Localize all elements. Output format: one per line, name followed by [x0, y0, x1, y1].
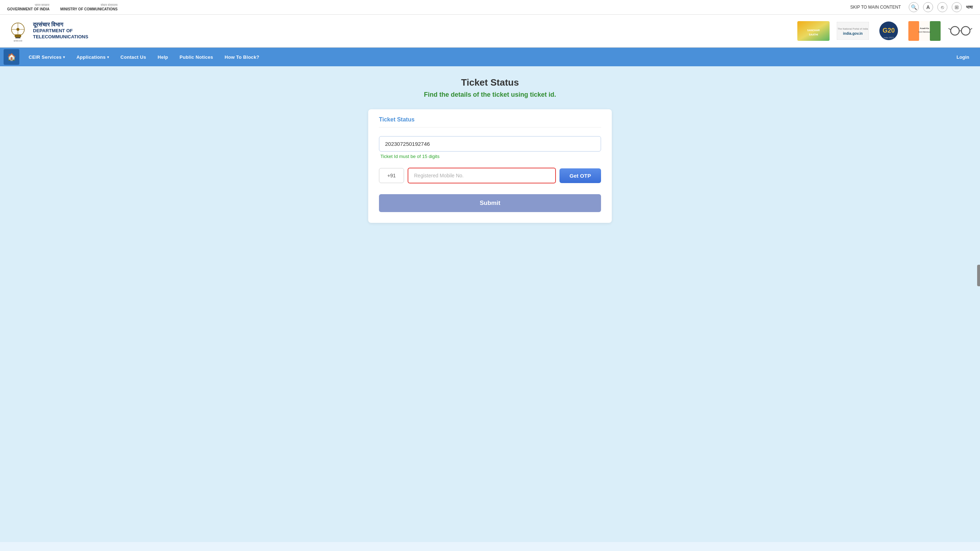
- nav-applications[interactable]: Applications ▾: [70, 48, 115, 66]
- svg-text:सत्यमेव जयते: सत्यमेव जयते: [13, 40, 22, 42]
- font-size-icon[interactable]: A: [923, 2, 933, 12]
- svg-text:SANCHAR: SANCHAR: [807, 29, 820, 32]
- form-card-title: Ticket Status: [379, 116, 601, 127]
- ticket-id-group: Ticket Id must be of 15 digits: [379, 136, 601, 159]
- logo-area: सत्यमेव जयते दूरसंचार विभाग DEPARTMENT O…: [7, 18, 88, 43]
- svg-rect-19: [930, 21, 940, 41]
- nav-how-to-block[interactable]: How to block?: [219, 48, 265, 66]
- main-navbar: 🏠 CEIR Services ▾ Applications ▾ Contact…: [0, 48, 980, 66]
- svg-point-23: [961, 27, 970, 35]
- home-nav-button[interactable]: 🏠: [3, 49, 19, 65]
- nav-contact-us[interactable]: Contact Us: [115, 48, 152, 66]
- glasses-logo: [948, 22, 973, 40]
- share-icon[interactable]: ⎋: [937, 2, 947, 12]
- language-button[interactable]: भाषा: [966, 5, 973, 10]
- site-header: सत्यमेव जयते दूरसंचार विभाग DEPARTMENT O…: [0, 15, 980, 48]
- dept-name: दूरसंचार विभाग DEPARTMENT OF TELECOMMUNI…: [33, 21, 88, 40]
- svg-text:G20: G20: [883, 27, 895, 34]
- page-subtitle: Find the details of the ticket using tic…: [424, 91, 556, 99]
- emblem: सत्यमेव जयते: [7, 18, 29, 43]
- sanchar-saathi-logo: SANCHAR SAATHI: [797, 21, 830, 41]
- get-otp-button[interactable]: Get OTP: [560, 168, 601, 183]
- partner-logos: SANCHAR SAATHI The National Portal of In…: [797, 21, 973, 41]
- skip-to-main-link[interactable]: SKIP TO MAIN CONTENT: [850, 5, 901, 10]
- svg-text:SAATHI: SAATHI: [809, 33, 818, 36]
- top-bar-right: SKIP TO MAIN CONTENT 🔍 A ⎋ ⊞ भाषा: [850, 2, 973, 12]
- nav-login[interactable]: Login: [950, 48, 977, 66]
- azadi-logo: Azadi Ka Amrit Mahotsav: [908, 21, 940, 41]
- ministry-info: संचार मंत्रालय MINISTRY OF COMMUNICATION…: [60, 3, 118, 11]
- svg-rect-10: [837, 22, 869, 40]
- svg-text:The National Portal of India: The National Portal of India: [838, 27, 868, 30]
- svg-text:India 2023: India 2023: [884, 37, 894, 39]
- main-content: Ticket Status Find the details of the ti…: [0, 66, 980, 542]
- svg-line-25: [948, 28, 951, 30]
- gov-info: भारत सरकार GOVERNMENT OF INDIA: [7, 3, 49, 11]
- nav-ceir-services[interactable]: CEIR Services ▾: [23, 48, 70, 66]
- svg-text:Amrit Mahotsav: Amrit Mahotsav: [918, 31, 931, 33]
- ticket-validation-message: Ticket Id must be of 15 digits: [379, 154, 601, 159]
- submit-button[interactable]: Submit: [379, 194, 601, 212]
- svg-line-26: [970, 28, 972, 30]
- applications-chevron: ▾: [107, 55, 109, 59]
- ceir-services-chevron: ▾: [63, 55, 65, 59]
- scrollbar-indicator: [977, 265, 980, 286]
- top-bar: भारत सरकार GOVERNMENT OF INDIA संचार मंत…: [0, 0, 980, 15]
- svg-rect-17: [908, 21, 919, 41]
- top-bar-left: भारत सरकार GOVERNMENT OF INDIA संचार मंत…: [7, 3, 118, 11]
- mobile-row: +91 Get OTP: [379, 168, 601, 183]
- sitemap-icon[interactable]: ⊞: [952, 2, 962, 12]
- svg-point-22: [951, 27, 959, 35]
- svg-rect-5: [15, 37, 21, 38]
- india-gov-logo: The National Portal of India india.gov.i…: [837, 22, 869, 40]
- svg-rect-4: [15, 34, 21, 37]
- country-code-display: +91: [379, 168, 404, 183]
- ticket-status-form-card: Ticket Status Ticket Id must be of 15 di…: [368, 109, 612, 223]
- mobile-number-input[interactable]: [407, 168, 556, 183]
- ticket-id-input[interactable]: [379, 136, 601, 151]
- svg-text:india.gov.in: india.gov.in: [843, 32, 863, 35]
- page-title: Ticket Status: [461, 77, 519, 88]
- nav-public-notices[interactable]: Public Notices: [174, 48, 219, 66]
- svg-text:Azadi Ka: Azadi Ka: [920, 27, 929, 29]
- nav-help[interactable]: Help: [152, 48, 174, 66]
- search-icon[interactable]: 🔍: [909, 2, 919, 12]
- g20-logo: G20 India 2023: [876, 21, 901, 41]
